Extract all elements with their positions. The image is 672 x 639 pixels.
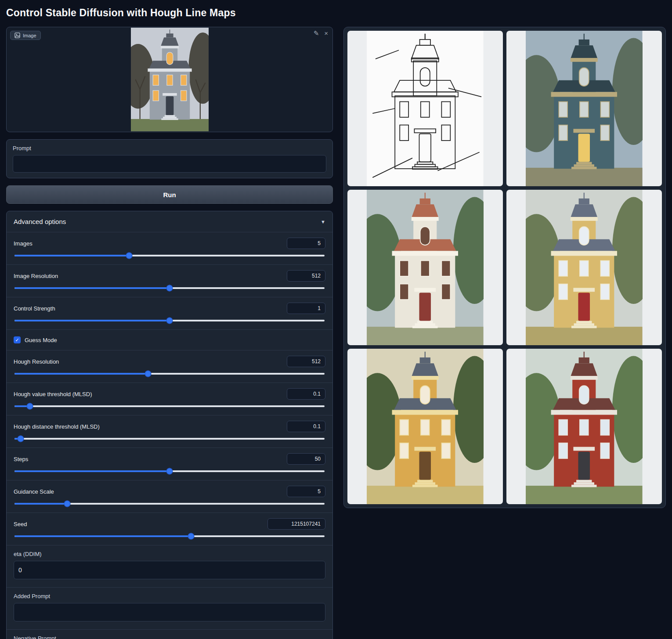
hough-resolution-slider-handle[interactable] (145, 371, 151, 377)
control-image-resolution: Image Resolution (7, 264, 332, 297)
slider-fill (14, 535, 191, 537)
hough-value-threshold-mlsd-number-input[interactable] (287, 388, 325, 400)
image-resolution-slider[interactable] (14, 287, 325, 289)
slider-fill (14, 373, 148, 375)
control-label: Added Prompt (14, 593, 325, 599)
page-title: Control Stable Diffusion with Hough Line… (6, 7, 666, 19)
checkbox-checked-icon[interactable]: ✓ (14, 336, 21, 343)
control-negative-prompt: Negative Prompt (7, 629, 332, 639)
control-label: Guidance Scale (14, 488, 54, 495)
control-strength-number-input[interactable] (287, 303, 325, 314)
control-label: Steps (14, 456, 28, 462)
prompt-block: Prompt (6, 139, 333, 178)
gallery-item-painting-red-victorian[interactable] (506, 349, 662, 504)
control-label: eta (DDIM) (14, 551, 325, 557)
prompt-label: Prompt (13, 145, 326, 152)
control-label: Guess Mode (25, 337, 57, 343)
steps-number-input[interactable] (287, 453, 325, 465)
slider-fill (14, 320, 170, 321)
control-label: Image Resolution (14, 273, 58, 279)
eta-ddim-text-input[interactable] (14, 561, 325, 579)
gallery-item-hough-line-map[interactable] (347, 31, 503, 186)
hough-resolution-slider[interactable] (14, 373, 325, 375)
image-resolution-number-input[interactable] (287, 270, 325, 282)
control-guess-mode[interactable]: ✓ Guess Mode (7, 329, 332, 350)
slider-fill (14, 255, 129, 256)
seed-number-input[interactable] (267, 518, 325, 530)
control-label: Seed (14, 521, 27, 527)
control-label: Negative Prompt (14, 635, 325, 639)
result-gallery (343, 27, 666, 508)
advanced-options-header[interactable]: Advanced options ▼ (7, 211, 332, 232)
input-image-component[interactable]: Image ✎ × (6, 27, 333, 132)
control-label: Hough Resolution (14, 358, 59, 365)
image-label-chip: Image (10, 31, 41, 40)
gallery-item-painting-teal-victorian[interactable] (506, 31, 662, 186)
gallery-item-painting-golden-victorian[interactable] (347, 349, 503, 504)
control-added-prompt: Added Prompt (7, 587, 332, 629)
advanced-options-label: Advanced options (14, 218, 66, 225)
slider-fill (14, 470, 170, 472)
control-images: Images (7, 232, 332, 264)
page: Control Stable Diffusion with Hough Line… (0, 0, 672, 639)
hough-value-threshold-mlsd-slider-handle[interactable] (27, 403, 33, 410)
accordion-collapse-icon[interactable]: ▼ (321, 219, 325, 224)
slider-fill (14, 287, 170, 289)
image-label: Image (23, 33, 36, 38)
advanced-controls: Images Image Resolution Control Strength (7, 232, 332, 639)
control-control-strength: Control Strength (7, 297, 332, 329)
control-seed: Seed (7, 513, 332, 545)
input-image-preview (131, 28, 209, 131)
control-label: Hough value threshold (MLSD) (14, 391, 92, 397)
hough-distance-threshold-mlsd-slider-handle[interactable] (18, 436, 24, 442)
controls-column: Image ✎ × Prompt Run Advanced options ▼ (6, 27, 333, 639)
image-icon (14, 32, 20, 38)
images-number-input[interactable] (287, 238, 325, 249)
control-eta-ddim: eta (DDIM) (7, 545, 332, 587)
hough-resolution-number-input[interactable] (287, 356, 325, 367)
run-button[interactable]: Run (6, 185, 333, 204)
control-guidance-scale: Guidance Scale (7, 480, 332, 513)
control-hough-value-threshold-mlsd: Hough value threshold (MLSD) (7, 383, 332, 415)
hough-distance-threshold-mlsd-slider[interactable] (14, 438, 325, 440)
control-label: Images (14, 240, 33, 247)
seed-slider-handle[interactable] (188, 533, 195, 540)
images-slider-handle[interactable] (126, 253, 133, 259)
guidance-scale-slider-handle[interactable] (64, 501, 71, 507)
steps-slider[interactable] (14, 470, 325, 472)
slider-fill (14, 503, 67, 505)
added-prompt-text-input[interactable] (14, 603, 325, 621)
clear-image-icon[interactable]: × (324, 30, 328, 36)
results-column (343, 27, 666, 508)
guidance-scale-number-input[interactable] (287, 486, 325, 497)
edit-image-icon[interactable]: ✎ (314, 30, 319, 36)
images-slider[interactable] (14, 255, 325, 256)
control-strength-slider-handle[interactable] (166, 318, 173, 324)
control-steps: Steps (7, 448, 332, 480)
gallery-item-painting-tan-victorian[interactable] (506, 190, 662, 345)
hough-distance-threshold-mlsd-number-input[interactable] (287, 421, 325, 432)
image-resolution-slider-handle[interactable] (166, 285, 173, 292)
control-label: Hough distance threshold (MLSD) (14, 423, 100, 430)
control-hough-resolution: Hough Resolution (7, 350, 332, 383)
steps-slider-handle[interactable] (166, 468, 173, 475)
advanced-options-panel: Advanced options ▼ Images Image Resoluti… (6, 211, 333, 639)
gallery-item-painting-white-victorian[interactable] (347, 190, 503, 345)
hough-value-threshold-mlsd-slider[interactable] (14, 405, 325, 407)
control-label: Control Strength (14, 305, 55, 312)
guidance-scale-slider[interactable] (14, 503, 325, 505)
control-hough-distance-threshold-mlsd: Hough distance threshold (MLSD) (7, 415, 332, 448)
prompt-input[interactable] (13, 155, 326, 173)
seed-slider[interactable] (14, 535, 325, 537)
control-strength-slider[interactable] (14, 320, 325, 321)
